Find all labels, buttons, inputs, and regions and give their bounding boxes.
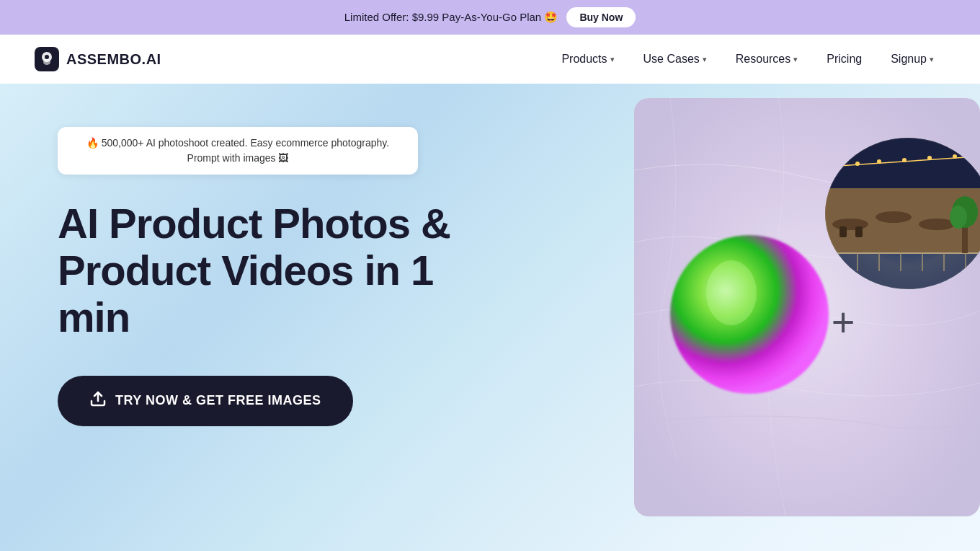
pricing-label: Pricing [827, 53, 862, 66]
hero-image-area: + [634, 98, 980, 516]
nav-item-signup[interactable]: Signup ▾ [879, 47, 945, 71]
hero-left: 🔥 500,000+ AI photoshoot created. Easy e… [0, 84, 519, 470]
hero-image-svg: + [634, 98, 980, 516]
hero-cta-label: TRY NOW & GET FREE IMAGES [115, 393, 321, 408]
signup-label: Signup [891, 53, 927, 66]
use-cases-chevron-icon: ▾ [703, 55, 707, 64]
hero-title-line2: Product Videos in 1 [58, 247, 433, 294]
upload-icon [89, 390, 107, 412]
signup-chevron-icon: ▾ [930, 55, 934, 64]
logo-link[interactable]: ASSEMBO.AI [35, 47, 161, 71]
svg-point-16 [927, 156, 932, 160]
hero-title: AI Product Photos & Product Videos in 1 … [58, 200, 476, 341]
logo-icon [35, 47, 59, 71]
nav-item-products[interactable]: Products ▾ [550, 47, 625, 71]
nav-item-use-cases[interactable]: Use Cases ▾ [632, 47, 718, 71]
hero-cta-button[interactable]: TRY NOW & GET FREE IMAGES [58, 376, 353, 426]
svg-point-35 [950, 206, 967, 229]
logo-text: ASSEMBO.AI [66, 51, 161, 68]
svg-point-21 [919, 219, 955, 230]
resources-label: Resources [736, 53, 790, 66]
svg-point-7 [706, 260, 757, 325]
hero-badge: 🔥 500,000+ AI photoshoot created. Easy e… [58, 127, 418, 175]
announcement-text: Limited Offer: $9.99 Pay-As-You-Go Plan … [344, 11, 558, 24]
nav-item-pricing[interactable]: Pricing [815, 47, 873, 71]
hero-section: 🔥 500,000+ AI photoshoot created. Easy e… [0, 84, 980, 551]
announcement-bar: Limited Offer: $9.99 Pay-As-You-Go Plan … [0, 0, 980, 35]
svg-point-2 [45, 55, 49, 59]
svg-rect-23 [855, 226, 863, 237]
nav-item-resources[interactable]: Resources ▾ [724, 47, 809, 71]
svg-point-13 [855, 162, 860, 166]
svg-point-1 [43, 59, 50, 65]
products-chevron-icon: ▾ [610, 55, 615, 64]
svg-rect-22 [839, 226, 847, 237]
use-cases-label: Use Cases [643, 53, 700, 66]
svg-point-19 [832, 219, 868, 230]
svg-point-17 [953, 154, 957, 159]
nav-links: Products ▾ Use Cases ▾ Resources ▾ Prici… [550, 47, 945, 71]
svg-point-20 [876, 211, 912, 223]
hero-title-line3: min [58, 294, 130, 340]
hero-right: + [519, 84, 980, 551]
hero-badge-text: 🔥 500,000+ AI photoshoot created. Easy e… [86, 136, 389, 166]
products-label: Products [561, 53, 607, 66]
resources-chevron-icon: ▾ [793, 55, 798, 64]
hero-title-line1: AI Product Photos & [58, 200, 450, 247]
svg-point-14 [877, 159, 881, 164]
main-nav: ASSEMBO.AI Products ▾ Use Cases ▾ Resour… [0, 35, 980, 84]
svg-text:+: + [832, 299, 855, 345]
svg-point-15 [902, 158, 906, 162]
buy-now-button[interactable]: Buy Now [566, 7, 636, 27]
